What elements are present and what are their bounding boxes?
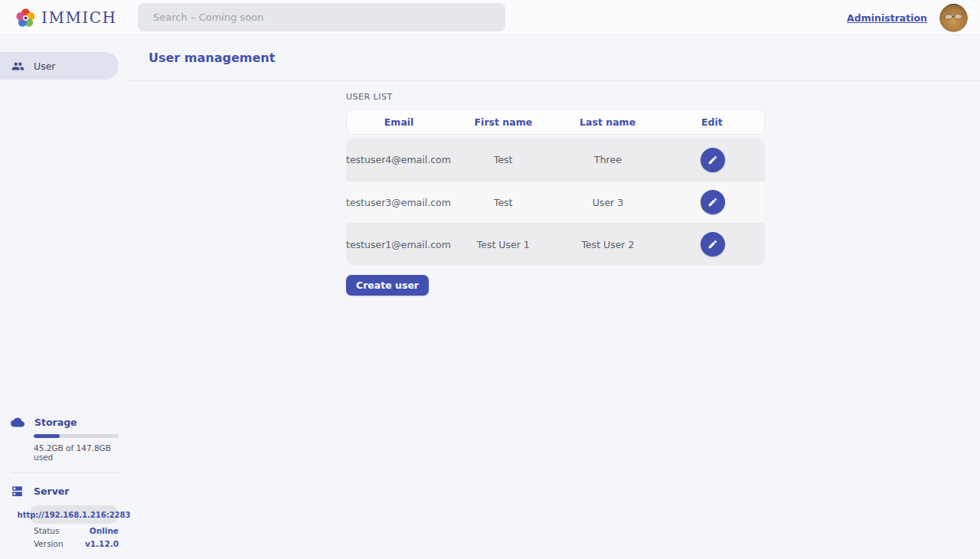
column-header-edit: Edit (660, 116, 764, 128)
page-title: User management (149, 51, 275, 65)
column-header-first-name: First name (451, 116, 555, 128)
user-table: Email First name Last name Edit testuser… (346, 109, 765, 265)
storage-progress-fill (34, 434, 60, 438)
edit-user-button[interactable] (701, 190, 725, 214)
immich-flower-icon (15, 8, 36, 28)
pencil-icon (707, 239, 718, 250)
top-bar: IMMICH Administration (0, 0, 980, 35)
server-icon (11, 485, 24, 498)
edit-user-button[interactable] (701, 148, 725, 172)
cell-first-name: Test User 1 (451, 239, 556, 250)
page-header: User management (130, 35, 980, 81)
section-label: USER LIST (346, 92, 980, 102)
cell-last-name: Three (556, 154, 661, 165)
table-body: testuser4@email.com Test Three (346, 139, 765, 265)
create-user-button[interactable]: Create user (346, 275, 429, 296)
main-area: User management USER LIST Email First na… (119, 35, 980, 559)
table-header-row: Email First name Last name Edit (346, 109, 765, 135)
top-right-group: Administration (847, 0, 968, 35)
edit-user-button[interactable] (701, 232, 725, 257)
storage-usage-text: 45.2GB of 147.8GB used (34, 443, 119, 462)
table-row: testuser3@email.com Test User 3 (346, 181, 765, 223)
cell-email: testuser4@email.com (346, 154, 451, 165)
cell-first-name: Test (451, 154, 556, 165)
sidebar: User Storage 45.2GB of 147.8GB used Serv… (0, 35, 119, 559)
search-input[interactable] (138, 3, 505, 31)
status-label: Status (34, 526, 59, 535)
cloud-icon (11, 417, 24, 427)
cell-email: testuser3@email.com (346, 197, 451, 208)
version-value: v1.12.0 (85, 539, 119, 548)
pencil-icon (707, 197, 718, 208)
sidebar-item-label: User (34, 60, 56, 72)
users-icon (11, 60, 24, 73)
app-title: IMMICH (41, 8, 117, 27)
user-avatar[interactable] (939, 4, 968, 32)
cell-email: testuser1@email.com (346, 239, 451, 250)
sidebar-status-panel: Storage 45.2GB of 147.8GB used Server ht… (0, 415, 119, 559)
administration-link[interactable]: Administration (847, 12, 927, 24)
table-row: testuser4@email.com Test Three (346, 139, 765, 181)
pencil-icon (707, 155, 718, 165)
app-logo: IMMICH (15, 0, 117, 35)
column-header-last-name: Last name (556, 116, 660, 128)
user-list-section: USER LIST Email First name Last name Edi… (119, 92, 980, 296)
sidebar-item-user[interactable]: User (0, 52, 119, 80)
server-title: Server (34, 485, 69, 497)
status-value: Online (90, 526, 119, 535)
cell-last-name: Test User 2 (556, 239, 661, 250)
column-header-email: Email (347, 116, 451, 128)
server-section-header: Server (0, 484, 119, 498)
server-version-row: Version v1.12.0 (34, 537, 119, 550)
version-label: Version (34, 539, 64, 548)
storage-section-header: Storage (0, 415, 119, 429)
table-row: testuser1@email.com Test User 1 Test Use… (346, 223, 765, 265)
server-status-row: Status Online (34, 524, 119, 537)
storage-title: Storage (34, 417, 77, 428)
cell-first-name: Test (451, 197, 556, 208)
storage-progress-bar (34, 434, 119, 438)
sidebar-divider (11, 472, 119, 473)
cell-last-name: User 3 (556, 197, 661, 208)
server-url-badge: http://192.168.1.216:2283 (31, 505, 117, 524)
